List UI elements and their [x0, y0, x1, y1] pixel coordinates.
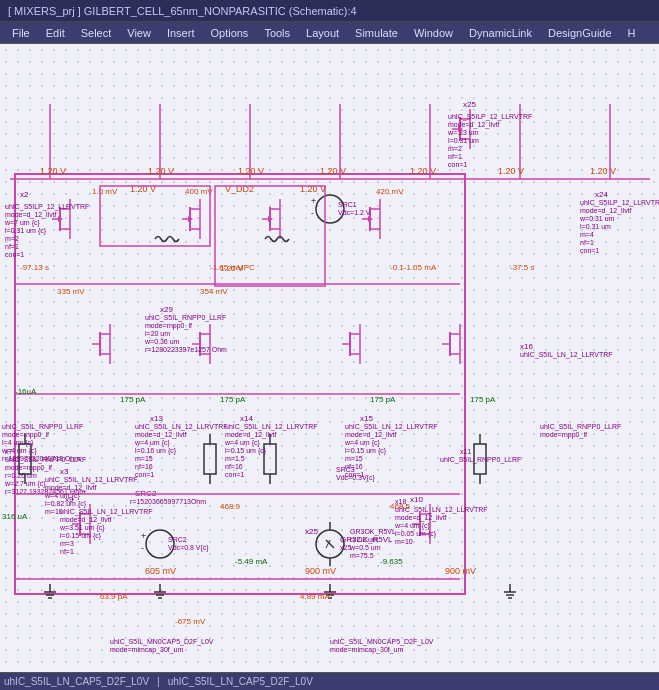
svg-text:l=0.15 um {c}: l=0.15 um {c}	[225, 447, 267, 455]
svg-text:x10: x10	[410, 495, 423, 504]
svg-text:-9.635: -9.635	[380, 557, 403, 566]
svg-text:1.20 V: 1.20 V	[148, 166, 174, 176]
menu-tools[interactable]: Tools	[256, 25, 298, 41]
svg-text:w=0.5 um: w=0.5 um	[349, 544, 381, 551]
svg-text:uhIC_S5IL_RNPP0_LLRF: uhIC_S5IL_RNPP0_LLRF	[440, 456, 521, 464]
svg-text:nf=16: nf=16	[225, 463, 243, 470]
menu-edit[interactable]: Edit	[38, 25, 73, 41]
svg-text:Vdc=0.3V{c}: Vdc=0.3V{c}	[336, 474, 375, 482]
svg-text:-: -	[311, 208, 314, 218]
svg-text:x14: x14	[240, 414, 253, 423]
menu-options[interactable]: Options	[202, 25, 256, 41]
svg-text:con=1: con=1	[580, 247, 599, 254]
svg-text:-16uA: -16uA	[15, 387, 37, 396]
svg-text:mode=d_12_llvtf: mode=d_12_llvtf	[5, 211, 57, 219]
svg-text:x29: x29	[160, 305, 173, 314]
svg-text:mode=d_12_llvtf: mode=d_12_llvtf	[45, 484, 97, 492]
svg-text:uhIC_S5IL_RNPP0_LLRF: uhIC_S5IL_RNPP0_LLRF	[2, 423, 83, 431]
menu-view[interactable]: View	[119, 25, 159, 41]
svg-text:SRC3: SRC3	[336, 466, 355, 473]
svg-text:175 pA: 175 pA	[370, 395, 396, 404]
menu-bar: File Edit Select View Insert Options Too…	[0, 22, 659, 44]
svg-text:w=4 um {c}: w=4 um {c}	[134, 439, 170, 447]
svg-text:r=1280223397e1257 Ohm: r=1280223397e1257 Ohm	[145, 346, 227, 353]
svg-text:x24: x24	[595, 190, 608, 199]
menu-dynamiclink[interactable]: DynamicLink	[461, 25, 540, 41]
svg-text:mode=mimcap_30f_um: mode=mimcap_30f_um	[330, 646, 404, 654]
svg-text:l=0.82 um {c}: l=0.82 um {c}	[45, 500, 87, 508]
title-text: [ MIXERS_prj ] GILBERT_CELL_65nm_NONPARA…	[8, 5, 357, 17]
menu-select[interactable]: Select	[73, 25, 120, 41]
svg-text:con=1: con=1	[5, 251, 24, 258]
status-bar: uhIC_S5IL_LN_CAP5_D2F_L0V | uhIC_S5IL_LN…	[0, 672, 659, 690]
svg-text:Vdc=0.8 V{c}: Vdc=0.8 V{c}	[168, 544, 209, 552]
svg-text:1.20 V: 1.20 V	[320, 166, 346, 176]
svg-text:w=0.36 um: w=0.36 um	[144, 338, 180, 345]
svg-text:m=15: m=15	[135, 455, 153, 462]
svg-text:w=.23 um: w=.23 um	[447, 129, 479, 136]
svg-text:w=4 um {c}: w=4 um {c}	[394, 522, 430, 530]
svg-text:-37.5 s: -37.5 s	[510, 263, 534, 272]
svg-text:63.9 pA: 63.9 pA	[100, 592, 128, 601]
svg-text:mode=rnpp0_lf: mode=rnpp0_lf	[5, 464, 52, 472]
svg-text:SRC2: SRC2	[168, 536, 187, 543]
svg-text:mode=rnpp0_lf: mode=rnpp0_lf	[540, 431, 587, 439]
svg-text:316 uA: 316 uA	[2, 512, 28, 521]
svg-text:w=2.7 um {c}: w=2.7 um {c}	[4, 480, 46, 488]
menu-file[interactable]: File	[4, 25, 38, 41]
svg-text:r=2.2 um: r=2.2 um	[350, 536, 378, 543]
menu-window[interactable]: Window	[406, 25, 461, 41]
svg-text:uhIC_S5ILP_12_LLRVTRF: uhIC_S5ILP_12_LLRVTRF	[5, 203, 89, 211]
svg-text:uhIC_S5IL_LN_12_LLRVTRF: uhIC_S5IL_LN_12_LLRVTRF	[345, 423, 437, 431]
svg-text:m=1.5: m=1.5	[225, 455, 245, 462]
svg-text:uhIC_S5IL_LN_12_LLRVTRF: uhIC_S5IL_LN_12_LLRVTRF	[225, 423, 317, 431]
svg-text:1.20 V: 1.20 V	[238, 166, 264, 176]
svg-text:nf=1: nf=1	[448, 153, 462, 160]
svg-text:l=0.31 um {c}: l=0.31 um {c}	[5, 227, 47, 235]
svg-text:w=4 um {c}: w=4 um {c}	[224, 439, 260, 447]
svg-text:con=1: con=1	[448, 161, 467, 168]
svg-text:l=0.31 um: l=0.31 um	[580, 223, 611, 230]
menu-h[interactable]: H	[620, 25, 644, 41]
svg-text:x25: x25	[305, 527, 318, 536]
svg-text:nf=16: nf=16	[135, 463, 153, 470]
svg-text:con=1: con=1	[135, 471, 154, 478]
svg-text:-: -	[141, 543, 144, 553]
menu-layout[interactable]: Layout	[298, 25, 347, 41]
menu-designguide[interactable]: DesignGuide	[540, 25, 620, 41]
svg-text:354 mV: 354 mV	[200, 287, 228, 296]
svg-text:605 mV: 605 mV	[145, 566, 176, 576]
svg-text:l=0.31 um: l=0.31 um	[448, 137, 479, 144]
svg-text:175 pA: 175 pA	[120, 395, 146, 404]
svg-text:m=4: m=4	[580, 231, 594, 238]
svg-text:1.20 V: 1.20 V	[498, 166, 524, 176]
svg-text:mode=d_12_llvtf: mode=d_12_llvtf	[395, 514, 447, 522]
svg-text:+: +	[141, 531, 146, 541]
svg-text:x3: x3	[60, 467, 69, 476]
menu-insert[interactable]: Insert	[159, 25, 203, 41]
svg-text:uhIC_S5IL_RNPP0_LLRF: uhIC_S5IL_RNPP0_LLRF	[540, 423, 621, 431]
svg-text:mode=rnpp0_lf: mode=rnpp0_lf	[145, 322, 192, 330]
svg-text:uhIC_S5ILP_12_LLRVTRF: uhIC_S5ILP_12_LLRVTRF	[448, 113, 532, 121]
svg-text:mode=rnpp0_lf: mode=rnpp0_lf	[2, 431, 49, 439]
svg-text:uhIC_S5IL_LN_12_LLRVTRF: uhIC_S5IL_LN_12_LLRVTRF	[45, 476, 137, 484]
svg-text:420 mV: 420 mV	[376, 187, 404, 196]
svg-text:l=0.15 um {c}: l=0.15 um {c}	[345, 447, 387, 455]
svg-text:con=1: con=1	[225, 471, 244, 478]
svg-text:1.0 mV: 1.0 mV	[92, 187, 118, 196]
svg-text:x15: x15	[360, 414, 373, 423]
svg-text:m=10: m=10	[395, 538, 413, 545]
svg-text:mode=d_12_llvtf: mode=d_12_llvtf	[580, 207, 632, 215]
svg-text:400 mV: 400 mV	[185, 187, 213, 196]
svg-text:Vdc=1.2 V: Vdc=1.2 V	[338, 209, 371, 216]
svg-text:uhIC_S5IL_RNPP0_LLRF: uhIC_S5IL_RNPP0_LLRF	[145, 314, 226, 322]
menu-simulate[interactable]: Simulate	[347, 25, 406, 41]
svg-text:1.20 V: 1.20 V	[40, 166, 66, 176]
title-bar: [ MIXERS_prj ] GILBERT_CELL_65nm_NONPARA…	[0, 0, 659, 22]
schematic-area[interactable]: 1.20 V 1.20 V 1.20 V 1.20 V 1.20 V 1.20 …	[0, 44, 659, 690]
svg-text:m=2: m=2	[5, 235, 19, 242]
svg-text:175 pA: 175 pA	[470, 395, 496, 404]
svg-text:nf=1: nf=1	[5, 243, 19, 250]
svg-text:-97.13 s: -97.13 s	[20, 263, 49, 272]
svg-text:m=75.5: m=75.5	[350, 552, 374, 559]
